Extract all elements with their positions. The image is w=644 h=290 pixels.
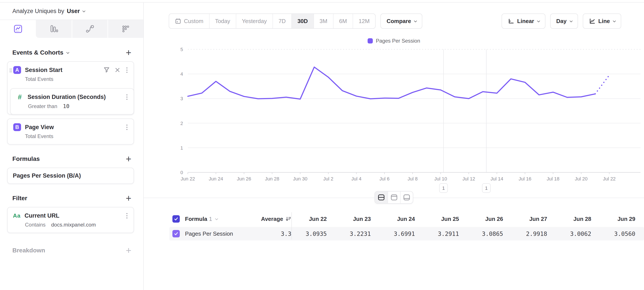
- tab-insights[interactable]: [0, 20, 36, 38]
- formula-name[interactable]: Pages Per Session (B/A): [13, 172, 129, 179]
- tab-retention[interactable]: [108, 20, 143, 38]
- view-table-only-button[interactable]: [400, 191, 413, 203]
- range-7d[interactable]: 7D: [272, 14, 292, 28]
- view-chart-only-button[interactable]: [388, 191, 400, 203]
- add-breakdown-button[interactable]: +: [126, 246, 131, 255]
- drag-handle-icon[interactable]: [9, 69, 12, 72]
- scale-label: Linear: [517, 18, 534, 25]
- kebab-menu-icon[interactable]: [125, 67, 129, 74]
- series-line[interactable]: [188, 67, 595, 99]
- table-col-header: Jun 23: [336, 216, 380, 222]
- range-12m[interactable]: 12M: [352, 14, 376, 28]
- report-main-panel: CustomTodayYesterday7D30D3M6M12M Compare…: [144, 3, 644, 290]
- annotation-badge[interactable]: 1: [482, 183, 490, 193]
- filter-property[interactable]: Current URL: [24, 212, 121, 219]
- range-custom[interactable]: Custom: [169, 14, 209, 28]
- table-cell: 3.0935: [292, 230, 336, 237]
- chart-toolbar: CustomTodayYesterday7D30D3M6M12M Compare…: [169, 14, 621, 29]
- property-card-session-duration[interactable]: # Session Duration (Seconds) Greater tha…: [10, 88, 134, 115]
- chevron-down-icon: [66, 51, 69, 54]
- legend-label[interactable]: Pages Per Session: [376, 38, 420, 44]
- compare-button[interactable]: Compare: [380, 14, 422, 29]
- view-toggle-control: [374, 191, 413, 204]
- add-event-button[interactable]: +: [126, 48, 131, 57]
- check-icon: [174, 216, 178, 221]
- interval-selector[interactable]: Day: [550, 14, 578, 29]
- range-yesterday[interactable]: Yesterday: [236, 14, 272, 28]
- condition-value[interactable]: 10: [63, 103, 70, 109]
- tab-funnels[interactable]: [36, 20, 72, 38]
- kebab-menu-icon[interactable]: [125, 94, 129, 101]
- range-6m[interactable]: 6M: [333, 14, 352, 28]
- formula-header-dropdown[interactable]: Formula 1: [185, 216, 217, 222]
- close-icon[interactable]: [115, 67, 120, 73]
- formulas-header: Formulas +: [7, 154, 134, 164]
- filter-operator[interactable]: Contains: [25, 222, 46, 228]
- scale-selector[interactable]: Linear: [502, 14, 546, 29]
- filter-value[interactable]: docs.mixpanel.com: [51, 222, 96, 228]
- table-row-pages-per-session[interactable]: Pages Per Session 3.3 3.09353.22313.6991…: [169, 227, 644, 240]
- line-chart[interactable]: 012345Jun 22Jun 24Jun 26Jun 28Jun 30Jul …: [144, 46, 644, 198]
- query-builder-sidebar: Analyze Uniques by User: [0, 3, 144, 290]
- sort-descending-icon: [285, 216, 292, 222]
- results-table: Formula 1 Average Jun 22Jun 23Jun 24Jun …: [169, 211, 644, 240]
- tab-flows[interactable]: [72, 20, 108, 38]
- event-card-session-start[interactable]: A Session Start Total Events: [7, 61, 134, 115]
- table-col-header: Jun 28: [556, 216, 600, 222]
- x-axis-label: Jul 10: [434, 176, 447, 181]
- property-title[interactable]: Session Duration (Seconds): [28, 94, 121, 100]
- range-3m[interactable]: 3M: [314, 14, 333, 28]
- range-30d[interactable]: 30D: [292, 14, 314, 28]
- view-split-button[interactable]: [375, 191, 388, 203]
- x-axis-label: Jul 16: [518, 176, 531, 181]
- legend-swatch[interactable]: [368, 38, 373, 44]
- x-axis-label: Jun 24: [209, 176, 223, 181]
- x-axis-label: Jul 8: [408, 176, 418, 181]
- analyze-uniques-selector[interactable]: Analyze Uniques by User: [0, 3, 143, 20]
- table-col-header: Jun 26: [468, 216, 512, 222]
- add-formula-button[interactable]: +: [126, 154, 131, 164]
- average-sort-header[interactable]: Average: [243, 216, 292, 222]
- select-all-checkbox[interactable]: [172, 215, 180, 223]
- report-type-tabs: [0, 20, 143, 38]
- average-header-label: Average: [261, 216, 283, 222]
- chart-type-selector[interactable]: Line: [583, 14, 621, 29]
- annotation-badge[interactable]: 1: [440, 183, 448, 193]
- series-checkbox[interactable]: [172, 230, 180, 237]
- x-axis-label: Jul 6: [380, 176, 390, 181]
- events-cohorts-dropdown[interactable]: Events & Cohorts: [12, 49, 68, 56]
- filter-header: Filter +: [7, 193, 134, 203]
- table-col-header: Jun 22: [292, 216, 336, 222]
- event-card-page-view[interactable]: B Page View Total Events: [7, 119, 134, 145]
- table-cell: 2.9918: [512, 230, 556, 237]
- x-axis-label: Jul 14: [490, 176, 503, 181]
- filter-funnel-icon[interactable]: [103, 67, 110, 73]
- formula-header-number: 1: [209, 216, 212, 222]
- event-title[interactable]: Page View: [25, 124, 121, 131]
- table-column-divider: [292, 212, 292, 239]
- table-cell: 3.2911: [424, 230, 468, 237]
- formula-card[interactable]: Pages Per Session (B/A): [7, 168, 134, 184]
- analyze-label: Analyze Uniques by: [12, 8, 64, 15]
- number-property-icon: #: [16, 93, 24, 101]
- svg-text:1: 1: [485, 185, 488, 191]
- table-header-row: Formula 1 Average Jun 22Jun 23Jun 24Jun …: [169, 211, 644, 227]
- event-badge-b: B: [13, 123, 21, 131]
- funnels-bars-icon: [49, 24, 59, 34]
- series-name: Pages Per Session: [185, 230, 233, 237]
- range-today[interactable]: Today: [209, 14, 236, 28]
- add-filter-button[interactable]: +: [126, 193, 131, 203]
- filter-card-current-url[interactable]: Aa Current URL Contains docs.mixpanel.co…: [7, 207, 134, 233]
- chevron-down-icon: [537, 19, 540, 22]
- kebab-menu-icon[interactable]: [125, 124, 129, 131]
- event-title[interactable]: Session Start: [25, 67, 100, 74]
- event-aggregation[interactable]: Total Events: [25, 76, 54, 82]
- table-only-icon: [403, 194, 410, 201]
- kebab-menu-icon[interactable]: [125, 212, 129, 219]
- date-range-control: CustomTodayYesterday7D30D3M6M12M: [169, 14, 376, 29]
- condition-operator[interactable]: Greater than: [28, 103, 57, 109]
- formula-header-label: Formula: [185, 216, 207, 222]
- chevron-down-icon: [82, 9, 85, 13]
- event-aggregation[interactable]: Total Events: [25, 133, 54, 139]
- table-col-header: Jun 29: [600, 216, 644, 222]
